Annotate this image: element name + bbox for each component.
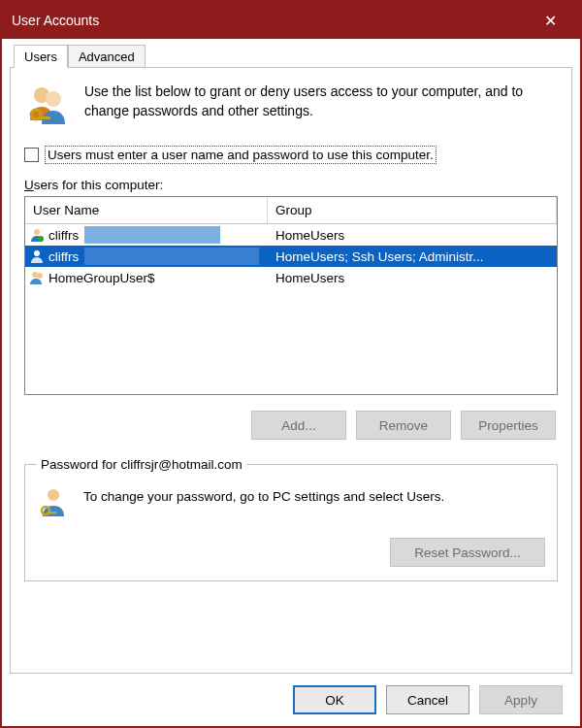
dialog-footer: OK Cancel Apply [10, 674, 572, 726]
redacted-segment [84, 248, 259, 265]
require-login-checkbox[interactable]: Users must enter a user name and passwor… [24, 146, 558, 164]
user-accounts-window: User Accounts ✕ Users Advanced [0, 0, 582, 728]
tab-users[interactable]: Users [14, 45, 68, 68]
redacted-segment [84, 226, 220, 244]
user-list-label: Users for this computer: [24, 178, 558, 192]
remove-button[interactable]: Remove [356, 411, 451, 440]
client-area: Users Advanced Use the list below to gra… [2, 39, 580, 726]
list-buttons: Add... Remove Properties [26, 411, 556, 440]
list-label-letter: U [24, 178, 34, 192]
reset-password-button[interactable]: Reset Password... [390, 538, 545, 567]
list-rows: cliffrs HomeUsers cliffrs [25, 224, 557, 394]
list-header: User Name Group [25, 197, 557, 224]
cell-group: HomeUsers [268, 271, 557, 285]
user-icon [29, 270, 45, 285]
window-title: User Accounts [12, 13, 530, 28]
cell-group: HomeUsers; Ssh Users; Administr... [268, 249, 557, 264]
apply-button[interactable]: Apply [479, 685, 563, 714]
user-name-label: cliffrs [48, 249, 79, 264]
user-name-label: cliffrs [48, 228, 79, 243]
cell-group: HomeUsers [268, 228, 557, 243]
cell-user: cliffrs [25, 226, 268, 244]
col-user-name[interactable]: User Name [25, 197, 268, 223]
svg-rect-3 [39, 116, 50, 119]
checkbox-box-icon[interactable] [24, 148, 39, 162]
list-label-rest: sers for this computer: [34, 178, 164, 192]
svg-rect-11 [48, 512, 56, 514]
properties-button[interactable]: Properties [461, 411, 556, 440]
svg-point-9 [48, 489, 59, 501]
svg-point-8 [37, 273, 43, 279]
cell-user: HomeGroupUser$ [25, 270, 268, 285]
table-row[interactable]: cliffrs HomeUsers [25, 224, 557, 246]
password-group: Password for cliffrsjr@hotmail.com To ch… [24, 457, 558, 581]
user-list[interactable]: User Name Group cliffrs HomeUsers [24, 196, 558, 395]
close-icon[interactable]: ✕ [530, 6, 570, 35]
add-button[interactable]: Add... [251, 411, 346, 440]
tab-panel-users: Use the list below to grant or deny user… [10, 67, 572, 674]
tab-advanced[interactable]: Advanced [68, 45, 146, 68]
svg-point-5 [38, 236, 44, 242]
user-icon [29, 227, 45, 243]
titlebar[interactable]: User Accounts ✕ [2, 2, 580, 39]
user-name-label: HomeGroupUser$ [48, 271, 155, 285]
cell-user: cliffrs [25, 248, 268, 265]
tab-strip: Users Advanced [10, 45, 572, 68]
require-login-label: Users must enter a user name and passwor… [45, 146, 436, 164]
table-row[interactable]: HomeGroupUser$ HomeUsers [25, 267, 557, 288]
user-icon [29, 248, 45, 264]
svg-point-7 [32, 272, 38, 278]
svg-point-4 [34, 229, 40, 235]
col-group[interactable]: Group [268, 197, 557, 223]
user-key-icon [37, 485, 70, 518]
intro-text: Use the list below to grant or deny user… [84, 82, 558, 128]
svg-point-1 [46, 91, 61, 107]
ok-button[interactable]: OK [293, 685, 376, 714]
svg-point-6 [34, 250, 40, 256]
intro-row: Use the list below to grant or deny user… [24, 82, 558, 128]
table-row[interactable]: cliffrs HomeUsers; Ssh Users; Administr.… [25, 246, 557, 267]
users-keys-icon [24, 82, 71, 128]
password-text: To change your password, go to PC settin… [83, 485, 444, 504]
cancel-button[interactable]: Cancel [386, 685, 469, 714]
password-legend: Password for cliffrsjr@hotmail.com [37, 457, 246, 472]
